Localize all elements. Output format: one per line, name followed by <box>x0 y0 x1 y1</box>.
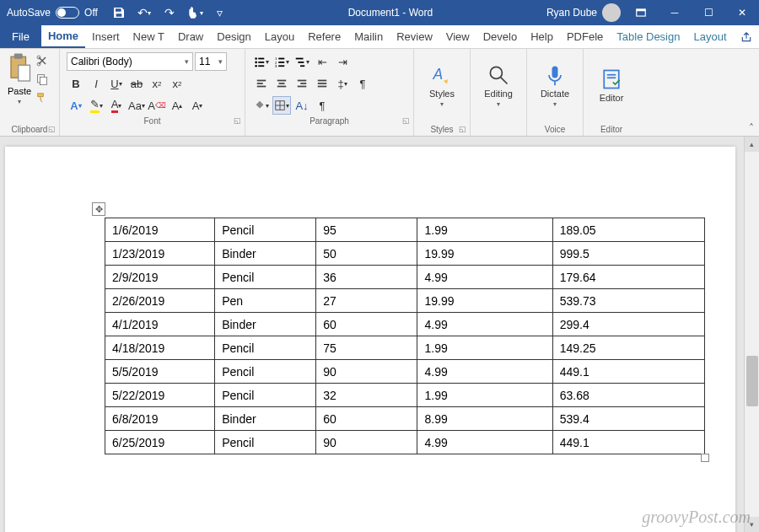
align-right-button[interactable] <box>293 74 311 93</box>
table-cell[interactable]: 63.68 <box>552 384 704 407</box>
table-cell[interactable]: 299.4 <box>552 313 704 336</box>
tab-view[interactable]: View <box>439 25 476 48</box>
table-cell[interactable]: 2/26/2019 <box>105 289 215 313</box>
superscript-button[interactable]: x2 <box>168 74 186 93</box>
touch-mode-button[interactable]: ▾ <box>184 2 206 24</box>
save-button[interactable] <box>108 2 130 24</box>
font-size-combo[interactable]: 11▾ <box>195 52 227 71</box>
table-row[interactable]: 1/23/2019Binder5019.99999.5 <box>105 242 705 266</box>
undo-button[interactable]: ↶▾ <box>133 2 155 24</box>
table-row[interactable]: 1/6/2019Pencil951.99189.05 <box>105 218 705 242</box>
borders-button[interactable]: ▾ <box>272 96 291 115</box>
table-cell[interactable]: Pen <box>215 289 316 313</box>
tab-table-design[interactable]: Table Design <box>610 25 686 48</box>
table-cell[interactable]: 6/25/2019 <box>105 431 215 454</box>
decrease-indent-button[interactable]: ⇤ <box>313 52 331 71</box>
table-cell[interactable]: 75 <box>316 336 417 360</box>
table-cell[interactable]: 2/9/2019 <box>105 266 215 289</box>
table-cell[interactable]: 27 <box>316 289 417 313</box>
editing-button[interactable]: Editing ▾ <box>477 52 519 118</box>
table-cell[interactable]: 32 <box>316 384 417 407</box>
table-cell[interactable]: Pencil <box>215 266 316 289</box>
table-cell[interactable]: 50 <box>316 242 417 266</box>
align-left-button[interactable] <box>252 74 271 93</box>
tab-draw[interactable]: Draw <box>171 25 210 48</box>
table-resize-handle[interactable] <box>701 454 709 462</box>
tab-mailings[interactable]: Mailin <box>347 25 390 48</box>
table-cell[interactable]: Pencil <box>215 360 316 384</box>
shrink-font-button[interactable]: A▾ <box>188 96 207 115</box>
table-cell[interactable]: 4.99 <box>417 313 552 336</box>
table-cell[interactable]: 1/23/2019 <box>105 242 215 266</box>
tab-insert[interactable]: Insert <box>85 25 126 48</box>
table-cell[interactable]: Pencil <box>215 384 316 407</box>
table-cell[interactable]: 149.25 <box>552 336 704 360</box>
table-cell[interactable]: 4/18/2019 <box>105 336 215 360</box>
minimize-button[interactable]: ─ <box>658 0 692 25</box>
tab-pdfelement[interactable]: PDFele <box>560 25 610 48</box>
table-cell[interactable]: 449.1 <box>552 360 704 384</box>
table-cell[interactable]: 36 <box>316 266 417 289</box>
tab-newtab[interactable]: New T <box>126 25 171 48</box>
styles-button[interactable]: A Styles ▾ <box>421 52 463 118</box>
table-cell[interactable]: 90 <box>316 431 417 454</box>
user-area[interactable]: Ryan Dube <box>546 3 624 22</box>
table-move-handle[interactable]: ✥ <box>92 202 105 216</box>
paragraph-launcher[interactable]: ◱ <box>402 116 410 125</box>
tab-table-layout[interactable]: Layout <box>686 25 733 48</box>
shading-button[interactable]: ▾ <box>252 96 271 115</box>
table-row[interactable]: 4/1/2019Binder604.99299.4 <box>105 313 705 336</box>
styles-launcher[interactable]: ◱ <box>459 125 466 133</box>
table-cell[interactable]: 1.99 <box>417 384 552 407</box>
italic-button[interactable]: I <box>87 74 105 93</box>
scroll-up-button[interactable]: ▴ <box>745 137 759 152</box>
show-marks-button[interactable]: ¶ <box>353 74 372 93</box>
font-name-combo[interactable]: Calibri (Body)▾ <box>67 52 193 71</box>
table-cell[interactable]: 189.05 <box>552 218 704 242</box>
collapse-ribbon-button[interactable]: ˄ <box>749 122 754 134</box>
table-cell[interactable]: 95 <box>316 218 417 242</box>
tab-layout[interactable]: Layou <box>258 25 301 48</box>
tab-developer[interactable]: Develo <box>476 25 524 48</box>
tab-help[interactable]: Help <box>524 25 560 48</box>
table-cell[interactable]: Pencil <box>215 336 316 360</box>
grow-font-button[interactable]: A▴ <box>168 96 186 115</box>
tab-review[interactable]: Review <box>390 25 439 48</box>
copy-button[interactable] <box>35 73 52 88</box>
table-cell[interactable]: 6/8/2019 <box>105 407 215 431</box>
table-cell[interactable]: 539.73 <box>552 289 704 313</box>
share-button[interactable] <box>734 31 759 43</box>
highlight-button[interactable]: ✎▾ <box>87 96 105 115</box>
table-cell[interactable]: 1/6/2019 <box>105 218 215 242</box>
scroll-thumb[interactable] <box>746 356 758 406</box>
text-effects-button[interactable]: A▾ <box>67 96 85 115</box>
maximize-button[interactable]: ☐ <box>692 0 725 25</box>
bullets-button[interactable]: ▾ <box>252 52 271 71</box>
cut-button[interactable] <box>35 54 52 69</box>
font-color-button[interactable]: A▾ <box>107 96 126 115</box>
dictate-button[interactable]: Dictate ▾ <box>534 52 576 118</box>
qat-customize[interactable]: ▿ <box>209 2 231 24</box>
table-row[interactable]: 6/8/2019Binder608.99539.4 <box>105 407 705 431</box>
chevron-down-icon[interactable]: ▾ <box>18 98 21 105</box>
table-cell[interactable]: 4.99 <box>417 266 552 289</box>
table-cell[interactable]: Binder <box>215 407 316 431</box>
table-cell[interactable]: 449.1 <box>552 431 704 454</box>
table-cell[interactable]: 19.99 <box>417 289 552 313</box>
sort-button[interactable]: A↓ <box>293 96 311 115</box>
table-cell[interactable]: Pencil <box>215 431 316 454</box>
multilevel-button[interactable]: ▾ <box>293 52 311 71</box>
table-cell[interactable]: 4.99 <box>417 360 552 384</box>
table-cell[interactable]: 4/1/2019 <box>105 313 215 336</box>
editor-button[interactable]: Editor <box>590 52 632 118</box>
table-cell[interactable]: 8.99 <box>417 407 552 431</box>
table-cell[interactable]: 19.99 <box>417 242 552 266</box>
table-cell[interactable]: 999.5 <box>552 242 704 266</box>
change-case-button[interactable]: Aa▾ <box>127 96 146 115</box>
strikethrough-button[interactable]: ab <box>127 74 146 93</box>
format-painter-button[interactable] <box>35 91 52 106</box>
close-button[interactable]: ✕ <box>725 0 759 25</box>
table-cell[interactable]: Pencil <box>215 218 316 242</box>
table-row[interactable]: 5/5/2019Pencil904.99449.1 <box>105 360 705 384</box>
table-cell[interactable]: 1.99 <box>417 336 552 360</box>
